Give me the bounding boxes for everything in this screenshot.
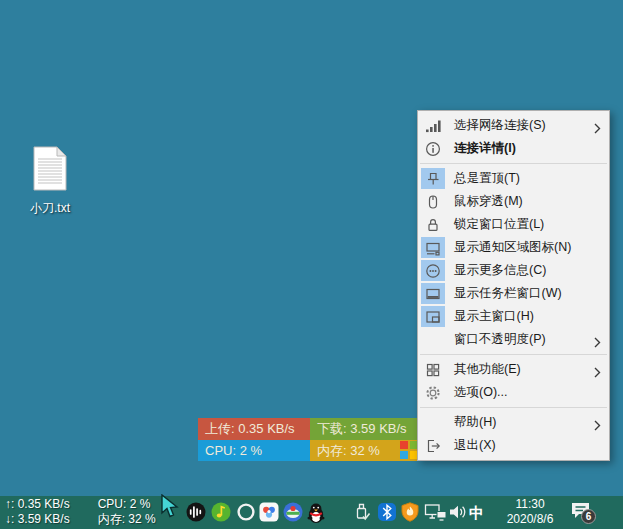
grid-icon: [421, 359, 445, 380]
menu-item-label: 窗口不透明度(P): [454, 331, 546, 348]
widget-download-value: 下载: 3.59 KB/s: [317, 420, 407, 438]
menu-item-label: 显示更多信息(C): [454, 262, 546, 279]
pin-icon: [421, 168, 445, 189]
menu-item-always-on-top[interactable]: 总是置顶(T): [418, 167, 609, 190]
menu-item-label: 总是置顶(T): [454, 170, 520, 187]
widget-upload-value: 上传: 0.35 KB/s: [205, 420, 295, 438]
menu-separator: [420, 407, 607, 408]
menu-item-exit[interactable]: 退出(X): [418, 434, 609, 457]
game-icon[interactable]: [283, 502, 303, 522]
taskbar-net-stats: ↑: 0.35 KB/s ↓: 3.59 KB/s: [5, 497, 70, 527]
traffic-widget[interactable]: 上传: 0.35 KB/s下载: 3.59 KB/sCPU: 2 %内存: 32…: [198, 418, 422, 461]
submenu-arrow-icon: [594, 417, 601, 428]
usb-icon[interactable]: [352, 502, 372, 522]
menu-item-label: 选择网络连接(S): [454, 117, 546, 134]
desktop-file[interactable]: 小刀.txt: [18, 146, 82, 217]
mouse-icon: [421, 191, 445, 212]
no-icon: [421, 329, 445, 350]
audio-wave-icon[interactable]: [186, 502, 206, 522]
menu-item-label: 连接详情(I): [454, 140, 516, 157]
info-icon: [421, 138, 445, 159]
mouse-cursor: [158, 494, 182, 520]
menu-item-label: 退出(X): [454, 437, 496, 454]
menu-item-help[interactable]: 帮助(H): [418, 411, 609, 434]
menu-item-options[interactable]: 选项(O)...: [418, 381, 609, 404]
taskbar-sys-stats: CPU: 2 % 内存: 32 %: [98, 497, 156, 527]
monitor-tray-icon: [421, 237, 445, 258]
windows-logo-icon: [400, 441, 418, 459]
menu-item-label: 显示通知区域图标(N): [454, 239, 571, 256]
desktop: 小刀.txt 上传: 0.35 KB/s下载: 3.59 KB/sCPU: 2 …: [0, 0, 623, 529]
menu-item-show-taskbar-win[interactable]: 显示任务栏窗口(W): [418, 282, 609, 305]
menu-item-label: 选项(O)...: [454, 384, 507, 401]
notification-center-button[interactable]: 6: [570, 501, 598, 525]
menu-item-show-more-info[interactable]: 显示更多信息(C): [418, 259, 609, 282]
submenu-arrow-icon: [594, 334, 601, 345]
bluetooth-icon[interactable]: [377, 502, 397, 522]
menu-item-lock-position[interactable]: 锁定窗口位置(L): [418, 213, 609, 236]
notification-count-badge: 6: [581, 509, 596, 524]
shield-icon[interactable]: [400, 502, 420, 522]
no-icon: [421, 412, 445, 433]
lock-icon: [421, 214, 445, 235]
widget-cell-memory[interactable]: 内存: 32 %: [310, 440, 422, 461]
widget-memory-value: 内存: 32 %: [317, 442, 380, 460]
submenu-arrow-icon: [594, 120, 601, 131]
context-menu: 选择网络连接(S)连接详情(I)总是置顶(T)鼠标穿透(M)锁定窗口位置(L)显…: [417, 110, 610, 461]
menu-item-label: 锁定窗口位置(L): [454, 216, 544, 233]
signal-bars-icon: [421, 115, 445, 136]
menu-item-other-functions[interactable]: 其他功能(E): [418, 358, 609, 381]
taskbar-window-icon: [421, 283, 445, 304]
menu-item-label: 鼠标穿透(M): [454, 193, 523, 210]
menu-item-select-network[interactable]: 选择网络连接(S): [418, 114, 609, 137]
menu-item-window-opacity[interactable]: 窗口不透明度(P): [418, 328, 609, 351]
cpu-usage: CPU: 2 %: [98, 497, 151, 511]
music-note-icon[interactable]: [211, 502, 231, 522]
input-method-indicator[interactable]: 中: [469, 496, 484, 529]
menu-separator: [420, 163, 607, 164]
menu-item-label: 显示主窗口(H): [454, 308, 534, 325]
menu-separator: [420, 354, 607, 355]
menu-item-connection-details[interactable]: 连接详情(I): [418, 137, 609, 160]
menu-item-label: 帮助(H): [454, 414, 496, 431]
clock-time: 11:30: [515, 497, 544, 511]
menu-item-label: 其他功能(E): [454, 361, 521, 378]
meeting-icon[interactable]: [259, 502, 279, 522]
ring-icon[interactable]: [236, 502, 256, 522]
text-file-icon: [18, 146, 82, 196]
menu-item-show-tray-icon[interactable]: 显示通知区域图标(N): [418, 236, 609, 259]
upload-speed: ↑: 0.35 KB/s: [5, 497, 70, 511]
download-speed: ↓: 3.59 KB/s: [5, 512, 70, 526]
clock-date: 2020/8/6: [507, 512, 554, 526]
memory-usage: 内存: 32 %: [98, 512, 156, 526]
submenu-arrow-icon: [594, 364, 601, 375]
widget-cell-download[interactable]: 下载: 3.59 KB/s: [310, 418, 422, 440]
volume-icon[interactable]: [448, 502, 468, 522]
clock[interactable]: 11:30 2020/8/6: [492, 497, 568, 527]
qq-icon[interactable]: [306, 502, 326, 522]
exit-icon: [421, 435, 445, 456]
taskbar: ↑: 0.35 KB/s ↓: 3.59 KB/s CPU: 2 % 内存: 3…: [0, 496, 623, 529]
desktop-file-label: 小刀.txt: [18, 200, 82, 217]
main-window-icon: [421, 306, 445, 327]
widget-cpu-value: CPU: 2 %: [205, 443, 262, 458]
menu-item-label: 显示任务栏窗口(W): [454, 285, 562, 302]
menu-item-show-main-win[interactable]: 显示主窗口(H): [418, 305, 609, 328]
widget-cell-upload[interactable]: 上传: 0.35 KB/s: [198, 418, 310, 440]
network-icon[interactable]: [424, 502, 448, 522]
ellipsis-icon: [421, 260, 445, 281]
gear-icon: [421, 382, 445, 403]
menu-item-mouse-through[interactable]: 鼠标穿透(M): [418, 190, 609, 213]
taskbar-stats[interactable]: ↑: 0.35 KB/s ↓: 3.59 KB/s CPU: 2 % 内存: 3…: [5, 497, 156, 527]
widget-cell-cpu[interactable]: CPU: 2 %: [198, 440, 310, 461]
